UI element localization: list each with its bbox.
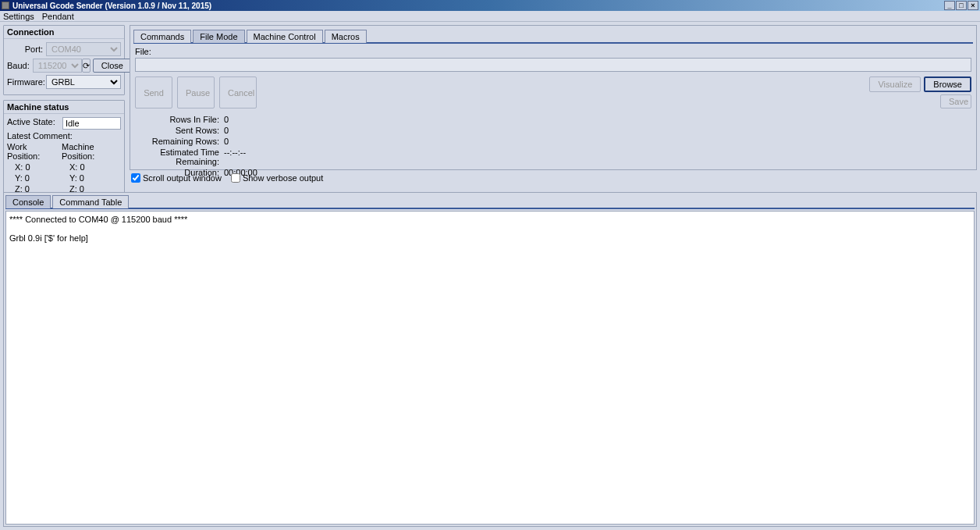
firmware-label: Firmware: [7,77,43,87]
tab-macros[interactable]: Macros [325,30,367,43]
console-panel: Console Command Table **** Connected to … [3,192,977,527]
port-select: COM40 [46,42,121,56]
sent-rows-label: Sent Rows: [135,126,219,135]
latest-comment-label: Latest Comment: [7,131,73,141]
show-verbose-checkbox[interactable]: Show verbose output [231,173,323,183]
mach-y: Y: 0 [62,173,116,183]
baud-label: Baud: [7,61,30,70]
firmware-select[interactable]: GRBL [46,75,121,89]
connection-panel: Connection Port: COM40 Baud: 115200 ⟳ Cl… [3,25,125,95]
active-state-label: Active State: [7,117,62,130]
work-y: Y: 0 [7,173,62,183]
file-path-field [135,58,971,72]
close-button[interactable]: Close [93,59,132,73]
tab-command-table[interactable]: Command Table [52,195,129,208]
save-button: Save [940,94,971,108]
close-window-button[interactable]: × [968,1,978,10]
visualize-button: Visualize [869,76,921,92]
remaining-rows-label: Remaining Rows: [135,137,219,146]
tab-machine-control[interactable]: Machine Control [247,30,323,43]
refresh-icon[interactable]: ⟳ [82,59,91,73]
remaining-rows-value: 0 [224,137,229,146]
active-state-value: Idle [62,117,121,130]
tab-file-mode[interactable]: File Mode [193,30,244,43]
machine-status-panel: Machine status Active State: Idle Latest… [3,100,125,199]
machine-status-title: Machine status [4,101,124,114]
sent-rows-value: 0 [224,126,229,135]
mach-x: X: 0 [62,162,116,172]
send-button: Send [135,76,172,108]
pause-button: Pause [177,76,215,108]
app-icon [2,2,9,9]
menu-pendant[interactable]: Pendant [42,12,74,21]
console-output[interactable]: **** Connected to COM40 @ 115200 baud **… [5,211,975,525]
menu-bar: Settings Pendant [0,11,980,22]
rows-in-file-value: 0 [224,115,229,124]
scroll-output-input[interactable] [131,173,140,183]
main-panel: Commands File Mode Machine Control Macro… [130,25,977,170]
tab-commands[interactable]: Commands [133,30,191,43]
est-time-value: --:--:-- [224,148,246,166]
port-label: Port: [7,44,43,54]
title-bar: Universal Gcode Sender (Version 1.0.9 / … [0,0,980,11]
browse-button[interactable]: Browse [924,76,971,92]
tab-console[interactable]: Console [5,195,51,208]
menu-settings[interactable]: Settings [3,12,34,21]
cancel-button: Cancel [219,76,257,108]
scroll-output-checkbox[interactable]: Scroll output window [131,173,222,183]
work-position-label: Work Position: [7,142,62,161]
app-title: Universal Gcode Sender (Version 1.0.9 / … [12,2,211,10]
console-tab-bar: Console Command Table [5,194,975,209]
rows-in-file-label: Rows In File: [135,115,219,124]
show-verbose-input[interactable] [231,173,240,183]
machine-position-label: Machine Position: [62,142,116,161]
maximize-button[interactable]: □ [956,1,967,10]
main-tab-bar: Commands File Mode Machine Control Macro… [133,29,973,44]
est-time-label: Estimated Time Remaining: [135,148,219,166]
connection-title: Connection [4,26,124,39]
minimize-button[interactable]: _ [944,1,955,10]
file-label: File: [135,47,971,56]
baud-select: 115200 [33,59,82,73]
work-x: X: 0 [7,162,62,172]
